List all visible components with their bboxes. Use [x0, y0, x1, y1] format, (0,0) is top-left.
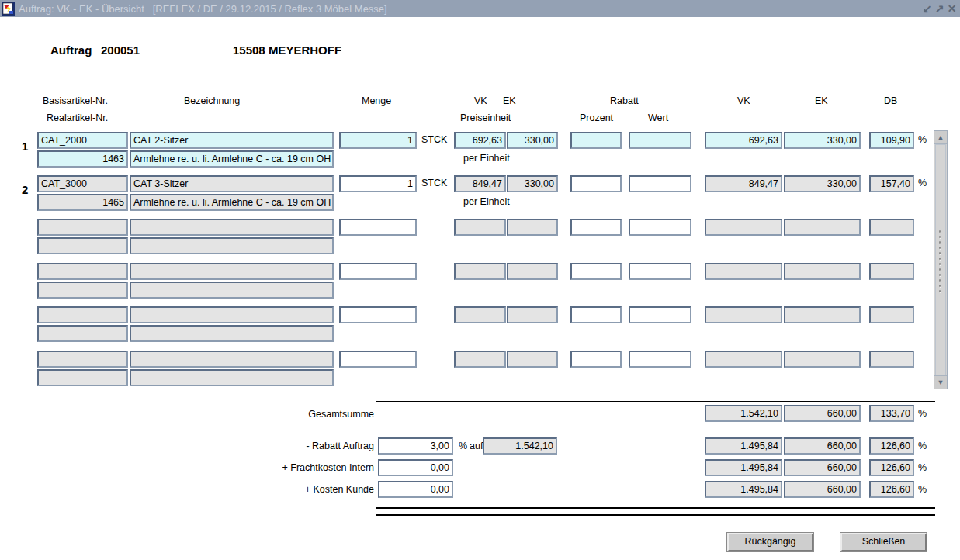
vk-preis-input[interactable]: 692,63	[454, 132, 506, 149]
kosten-vk-field: 1.495,84	[705, 481, 782, 498]
bezeichnung2-input[interactable]	[130, 325, 334, 342]
vk-summe-field	[705, 219, 782, 236]
window-controls: ↙ ↗ ✕	[921, 0, 958, 17]
rabatt-prozent-input[interactable]	[570, 175, 622, 192]
rabatt-prozent-input[interactable]	[570, 306, 622, 323]
vertical-scrollbar[interactable]: ▲ ▼	[934, 130, 948, 389]
rabatt-wert-input[interactable]	[629, 175, 691, 192]
rabatt-prozent-input[interactable]	[570, 263, 622, 280]
basisartikel-input[interactable]: CAT_2000	[37, 132, 128, 149]
kosten-kunde-input[interactable]: 0,00	[378, 481, 453, 498]
vk-preis-input[interactable]	[454, 219, 506, 236]
bezeichnung-input[interactable]	[130, 306, 334, 323]
rabatt-percent-sign: %	[459, 441, 467, 451]
menge-input[interactable]	[339, 263, 417, 280]
rabatt-wert-input[interactable]	[629, 263, 691, 280]
db-field	[869, 263, 914, 280]
rabatt-prozent-input[interactable]	[570, 132, 622, 149]
realartikel-input[interactable]	[37, 237, 128, 254]
db-field: 157,40	[869, 175, 914, 192]
gesamt-db-field: 133,70	[869, 405, 914, 422]
rabatt-basis-field: 1.542,10	[483, 437, 557, 455]
ek-preis-input[interactable]: 330,00	[507, 132, 558, 149]
order-label: Auftrag	[50, 43, 92, 57]
ek-summe-field: 330,00	[784, 132, 861, 149]
close-button[interactable]: Schließen	[840, 533, 927, 551]
col-db: DB	[884, 95, 897, 106]
bezeichnung-input[interactable]: CAT 3-Sitzer	[130, 175, 334, 192]
fracht-db-field: 126,60	[869, 459, 914, 476]
scroll-down-icon[interactable]: ▼	[934, 375, 947, 389]
vk-summe-field	[705, 351, 782, 368]
basisartikel-input[interactable]	[37, 263, 128, 280]
ek-summe-field	[784, 219, 861, 236]
ek-preis-input[interactable]	[507, 306, 558, 323]
minimize-icon[interactable]: ↙	[921, 2, 933, 15]
menge-input[interactable]	[339, 351, 417, 368]
frachtkosten-input[interactable]: 0,00	[378, 459, 453, 476]
scrollbar-thumb[interactable]	[935, 144, 946, 375]
col-preiseinheit: Preiseinheit	[460, 112, 511, 123]
close-icon[interactable]: ✕	[946, 2, 958, 15]
ek-preis-input[interactable]	[507, 263, 558, 280]
realartikel-input[interactable]	[37, 282, 128, 299]
col-bezeichnung: Bezeichnung	[184, 95, 240, 106]
scroll-up-icon[interactable]: ▲	[934, 131, 947, 144]
gesamtsumme-label: Gesamtsumme	[194, 409, 374, 420]
rabatt-ek-field: 660,00	[784, 437, 861, 455]
bezeichnung2-input[interactable]: Armlehne re. u. li. Armlehne C - ca. 19 …	[130, 194, 334, 211]
basisartikel-input[interactable]	[37, 219, 128, 236]
summary-divider	[376, 427, 935, 427]
bezeichnung-input[interactable]: CAT 2-Sitzer	[130, 132, 334, 149]
realartikel-input[interactable]	[37, 325, 128, 342]
restore-icon[interactable]: ↗	[934, 2, 945, 15]
ek-preis-input[interactable]	[507, 219, 558, 236]
rabatt-wert-input[interactable]	[629, 219, 691, 236]
auf-label: auf	[470, 441, 483, 451]
realartikel-input[interactable]	[37, 369, 128, 386]
vk-preis-input[interactable]	[454, 351, 506, 368]
rabatt-wert-input[interactable]	[629, 132, 691, 149]
ek-preis-input[interactable]	[507, 351, 558, 368]
ek-summe-field	[784, 263, 861, 280]
scrollbar-grip	[937, 229, 944, 294]
vk-preis-input[interactable]	[454, 263, 506, 280]
undo-button[interactable]: Rückgängig	[727, 533, 813, 551]
vk-summe-field	[705, 306, 782, 323]
bezeichnung2-input[interactable]	[130, 369, 334, 386]
menge-input[interactable]	[339, 306, 417, 323]
realartikel-input[interactable]: 1463	[37, 150, 128, 168]
bezeichnung-input[interactable]	[130, 351, 334, 368]
rabatt-prozent-input[interactable]	[570, 219, 622, 236]
menge-input[interactable]: 1	[339, 175, 417, 192]
window-title: Auftrag: VK - EK - Übersicht [REFLEX / D…	[19, 3, 387, 15]
unit-label: STCK	[421, 134, 447, 145]
realartikel-input[interactable]: 1465	[37, 194, 128, 211]
percent-label: %	[918, 134, 927, 145]
menge-input[interactable]: 1	[339, 132, 417, 149]
basisartikel-input[interactable]	[37, 351, 128, 368]
order-number: 200051	[101, 43, 140, 57]
rabatt-wert-input[interactable]	[629, 306, 691, 323]
order-line-row	[0, 306, 960, 342]
bezeichnung2-input[interactable]	[130, 282, 334, 299]
db-field	[869, 351, 914, 368]
bezeichnung2-input[interactable]: Armlehne re. u. li. Armlehne C - ca. 19 …	[130, 150, 334, 168]
vk-preis-input[interactable]	[454, 306, 506, 323]
order-line-row	[0, 219, 960, 254]
ek-preis-input[interactable]: 330,00	[507, 175, 558, 192]
bezeichnung-input[interactable]	[130, 219, 334, 236]
rabatt-wert-input[interactable]	[629, 351, 691, 368]
order-overview-window: Auftrag: VK - EK - Übersicht [REFLEX / D…	[0, 0, 960, 560]
rabatt-auftrag-input[interactable]: 3,00	[378, 437, 453, 455]
menge-input[interactable]	[339, 219, 417, 236]
col-realartikel: Realartikel-Nr.	[47, 112, 108, 123]
bezeichnung-input[interactable]	[130, 263, 334, 280]
percent-label: %	[918, 408, 927, 419]
bezeichnung2-input[interactable]	[130, 237, 334, 254]
rabatt-prozent-input[interactable]	[570, 351, 622, 368]
basisartikel-input[interactable]	[37, 306, 128, 323]
vk-preis-input[interactable]: 849,47	[454, 175, 506, 192]
col-prozent: Prozent	[580, 112, 613, 123]
basisartikel-input[interactable]: CAT_3000	[37, 175, 128, 192]
